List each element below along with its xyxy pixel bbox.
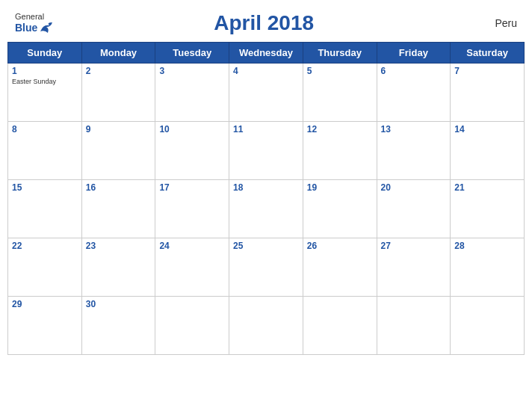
calendar-cell xyxy=(155,297,229,355)
event-label: Easter Sunday xyxy=(12,78,78,85)
calendar-cell: 27 xyxy=(377,238,451,297)
day-header-friday: Friday xyxy=(377,43,451,64)
calendar-cell: 8 xyxy=(8,122,82,180)
logo-blue-text: Blue xyxy=(15,22,37,34)
day-number: 14 xyxy=(454,124,520,135)
day-number: 9 xyxy=(86,124,152,135)
calendar-cell: 4 xyxy=(229,64,303,122)
calendar-cell: 17 xyxy=(155,180,229,238)
day-number: 19 xyxy=(307,182,373,193)
calendar-cell: 6 xyxy=(377,64,451,122)
calendar-cell: 14 xyxy=(451,122,525,180)
day-number: 26 xyxy=(307,241,373,251)
calendar-cell: 19 xyxy=(303,180,377,238)
calendar-cell xyxy=(377,297,451,355)
calendar-cell: 13 xyxy=(377,122,451,180)
day-number: 15 xyxy=(12,182,78,193)
day-number: 13 xyxy=(381,124,447,135)
day-header-tuesday: Tuesday xyxy=(155,43,229,64)
calendar-cell: 24 xyxy=(155,238,229,297)
day-number: 21 xyxy=(454,182,520,193)
calendar-table: SundayMondayTuesdayWednesdayThursdayFrid… xyxy=(7,42,525,355)
calendar-cell: 25 xyxy=(229,238,303,297)
calendar-cell: 21 xyxy=(451,180,525,238)
week-row-2: 891011121314 xyxy=(8,122,525,180)
calendar-cell: 29 xyxy=(8,297,82,355)
day-number: 6 xyxy=(381,66,447,76)
day-number: 29 xyxy=(12,299,78,309)
day-number: 22 xyxy=(12,241,78,251)
day-number: 20 xyxy=(381,182,447,193)
calendar-cell: 10 xyxy=(155,122,229,180)
week-row-3: 15161718192021 xyxy=(8,180,525,238)
calendar-cell: 12 xyxy=(303,122,377,180)
day-number: 30 xyxy=(86,299,152,309)
calendar-cell: 3 xyxy=(155,64,229,122)
day-number: 12 xyxy=(307,124,373,135)
calendar-cell: 1Easter Sunday xyxy=(8,64,82,122)
day-number: 7 xyxy=(454,66,520,76)
calendar-cell: 20 xyxy=(377,180,451,238)
day-number: 24 xyxy=(159,241,225,251)
calendar-cell: 28 xyxy=(451,238,525,297)
day-header-monday: Monday xyxy=(81,43,155,64)
calendar-cell: 23 xyxy=(81,238,155,297)
calendar-cell: 26 xyxy=(303,238,377,297)
calendar-cell: 2 xyxy=(81,64,155,122)
calendar-cell: 30 xyxy=(81,297,155,355)
day-number: 16 xyxy=(86,182,152,193)
day-number: 5 xyxy=(307,66,373,76)
logo-general-text: General xyxy=(15,12,44,21)
logo: General Blue xyxy=(15,12,55,34)
day-number: 2 xyxy=(86,66,152,76)
days-header-row: SundayMondayTuesdayWednesdayThursdayFrid… xyxy=(8,43,525,64)
day-number: 11 xyxy=(233,124,299,135)
day-number: 10 xyxy=(159,124,225,135)
calendar-cell: 22 xyxy=(8,238,82,297)
bird-icon xyxy=(39,21,55,34)
calendar-cell: 9 xyxy=(81,122,155,180)
calendar-cell xyxy=(451,297,525,355)
calendar-title: April 2018 xyxy=(55,11,472,35)
day-header-saturday: Saturday xyxy=(451,43,525,64)
day-header-wednesday: Wednesday xyxy=(229,43,303,64)
country-label: Peru xyxy=(472,17,517,29)
day-number: 18 xyxy=(233,182,299,193)
day-number: 25 xyxy=(233,241,299,251)
calendar-cell: 7 xyxy=(451,64,525,122)
day-number: 17 xyxy=(159,182,225,193)
day-number: 23 xyxy=(86,241,152,251)
calendar-cell: 16 xyxy=(81,180,155,238)
page-header: General Blue April 2018 Peru xyxy=(7,7,525,39)
day-number: 28 xyxy=(454,241,520,251)
calendar-cell: 18 xyxy=(229,180,303,238)
calendar-cell xyxy=(229,297,303,355)
week-row-4: 22232425262728 xyxy=(8,238,525,297)
day-number: 1 xyxy=(12,66,78,76)
week-row-1: 1Easter Sunday234567 xyxy=(8,64,525,122)
day-number: 27 xyxy=(381,241,447,251)
week-row-5: 2930 xyxy=(8,297,525,355)
calendar-cell xyxy=(303,297,377,355)
day-header-thursday: Thursday xyxy=(303,43,377,64)
calendar-cell: 11 xyxy=(229,122,303,180)
day-number: 4 xyxy=(233,66,299,76)
calendar-cell: 15 xyxy=(8,180,82,238)
day-number: 3 xyxy=(159,66,225,76)
day-header-sunday: Sunday xyxy=(8,43,82,64)
calendar-cell: 5 xyxy=(303,64,377,122)
day-number: 8 xyxy=(12,124,78,135)
